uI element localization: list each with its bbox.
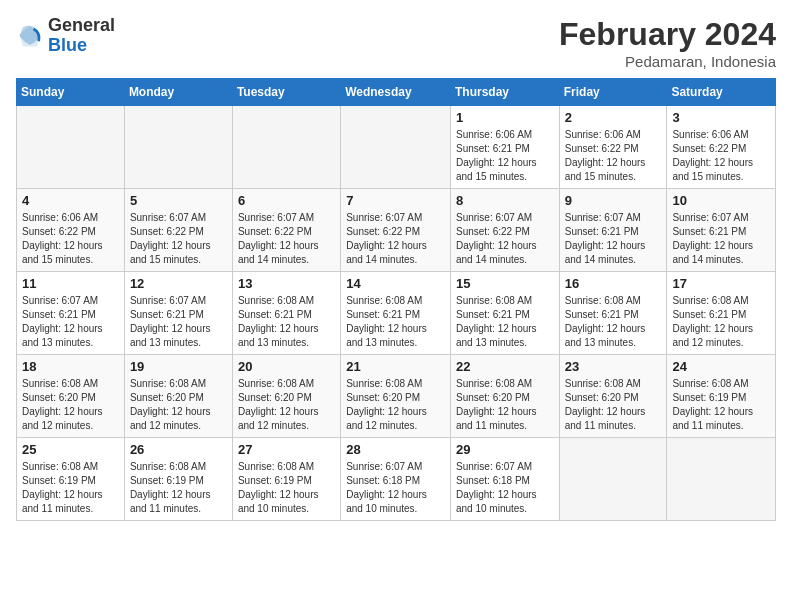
calendar-cell: 15Sunrise: 6:08 AM Sunset: 6:21 PM Dayli…: [450, 272, 559, 355]
day-number: 7: [346, 193, 445, 208]
day-info: Sunrise: 6:07 AM Sunset: 6:22 PM Dayligh…: [346, 211, 445, 267]
day-info: Sunrise: 6:08 AM Sunset: 6:19 PM Dayligh…: [238, 460, 335, 516]
day-info: Sunrise: 6:08 AM Sunset: 6:19 PM Dayligh…: [22, 460, 119, 516]
day-number: 1: [456, 110, 554, 125]
calendar-cell: [17, 106, 125, 189]
calendar-cell: 24Sunrise: 6:08 AM Sunset: 6:19 PM Dayli…: [667, 355, 776, 438]
day-info: Sunrise: 6:07 AM Sunset: 6:21 PM Dayligh…: [130, 294, 227, 350]
weekday-header-row: SundayMondayTuesdayWednesdayThursdayFrid…: [17, 79, 776, 106]
weekday-header-tuesday: Tuesday: [232, 79, 340, 106]
calendar-cell: 11Sunrise: 6:07 AM Sunset: 6:21 PM Dayli…: [17, 272, 125, 355]
day-number: 23: [565, 359, 662, 374]
calendar-cell: 13Sunrise: 6:08 AM Sunset: 6:21 PM Dayli…: [232, 272, 340, 355]
day-number: 11: [22, 276, 119, 291]
day-info: Sunrise: 6:07 AM Sunset: 6:22 PM Dayligh…: [456, 211, 554, 267]
day-number: 21: [346, 359, 445, 374]
day-info: Sunrise: 6:08 AM Sunset: 6:21 PM Dayligh…: [672, 294, 770, 350]
page-header: General Blue February 2024 Pedamaran, In…: [16, 16, 776, 70]
day-info: Sunrise: 6:07 AM Sunset: 6:21 PM Dayligh…: [22, 294, 119, 350]
calendar-cell: 5Sunrise: 6:07 AM Sunset: 6:22 PM Daylig…: [124, 189, 232, 272]
logo-icon: [16, 22, 44, 50]
calendar-cell: 14Sunrise: 6:08 AM Sunset: 6:21 PM Dayli…: [341, 272, 451, 355]
day-info: Sunrise: 6:06 AM Sunset: 6:22 PM Dayligh…: [672, 128, 770, 184]
day-number: 2: [565, 110, 662, 125]
calendar-cell: 20Sunrise: 6:08 AM Sunset: 6:20 PM Dayli…: [232, 355, 340, 438]
day-number: 29: [456, 442, 554, 457]
calendar-cell: 7Sunrise: 6:07 AM Sunset: 6:22 PM Daylig…: [341, 189, 451, 272]
day-info: Sunrise: 6:08 AM Sunset: 6:20 PM Dayligh…: [130, 377, 227, 433]
calendar-cell: 21Sunrise: 6:08 AM Sunset: 6:20 PM Dayli…: [341, 355, 451, 438]
calendar-cell: 12Sunrise: 6:07 AM Sunset: 6:21 PM Dayli…: [124, 272, 232, 355]
week-row-4: 18Sunrise: 6:08 AM Sunset: 6:20 PM Dayli…: [17, 355, 776, 438]
day-number: 12: [130, 276, 227, 291]
day-number: 26: [130, 442, 227, 457]
calendar-cell: 2Sunrise: 6:06 AM Sunset: 6:22 PM Daylig…: [559, 106, 667, 189]
day-number: 17: [672, 276, 770, 291]
day-number: 28: [346, 442, 445, 457]
calendar-cell: 9Sunrise: 6:07 AM Sunset: 6:21 PM Daylig…: [559, 189, 667, 272]
calendar-cell: [667, 438, 776, 521]
day-number: 4: [22, 193, 119, 208]
day-number: 5: [130, 193, 227, 208]
day-info: Sunrise: 6:06 AM Sunset: 6:22 PM Dayligh…: [565, 128, 662, 184]
day-number: 14: [346, 276, 445, 291]
day-info: Sunrise: 6:08 AM Sunset: 6:21 PM Dayligh…: [238, 294, 335, 350]
title-block: February 2024 Pedamaran, Indonesia: [559, 16, 776, 70]
day-info: Sunrise: 6:08 AM Sunset: 6:21 PM Dayligh…: [346, 294, 445, 350]
day-number: 19: [130, 359, 227, 374]
weekday-header-saturday: Saturday: [667, 79, 776, 106]
calendar-cell: 17Sunrise: 6:08 AM Sunset: 6:21 PM Dayli…: [667, 272, 776, 355]
week-row-1: 1Sunrise: 6:06 AM Sunset: 6:21 PM Daylig…: [17, 106, 776, 189]
calendar-cell: 27Sunrise: 6:08 AM Sunset: 6:19 PM Dayli…: [232, 438, 340, 521]
week-row-5: 25Sunrise: 6:08 AM Sunset: 6:19 PM Dayli…: [17, 438, 776, 521]
day-info: Sunrise: 6:08 AM Sunset: 6:20 PM Dayligh…: [565, 377, 662, 433]
day-info: Sunrise: 6:07 AM Sunset: 6:21 PM Dayligh…: [565, 211, 662, 267]
day-info: Sunrise: 6:08 AM Sunset: 6:20 PM Dayligh…: [22, 377, 119, 433]
calendar-cell: [124, 106, 232, 189]
logo-text: General Blue: [48, 16, 115, 56]
day-info: Sunrise: 6:08 AM Sunset: 6:21 PM Dayligh…: [565, 294, 662, 350]
week-row-3: 11Sunrise: 6:07 AM Sunset: 6:21 PM Dayli…: [17, 272, 776, 355]
logo: General Blue: [16, 16, 115, 56]
calendar-cell: 26Sunrise: 6:08 AM Sunset: 6:19 PM Dayli…: [124, 438, 232, 521]
day-number: 8: [456, 193, 554, 208]
month-title: February 2024: [559, 16, 776, 53]
day-info: Sunrise: 6:07 AM Sunset: 6:22 PM Dayligh…: [238, 211, 335, 267]
weekday-header-sunday: Sunday: [17, 79, 125, 106]
day-info: Sunrise: 6:08 AM Sunset: 6:19 PM Dayligh…: [672, 377, 770, 433]
calendar-cell: [559, 438, 667, 521]
calendar-cell: 16Sunrise: 6:08 AM Sunset: 6:21 PM Dayli…: [559, 272, 667, 355]
week-row-2: 4Sunrise: 6:06 AM Sunset: 6:22 PM Daylig…: [17, 189, 776, 272]
calendar-cell: 10Sunrise: 6:07 AM Sunset: 6:21 PM Dayli…: [667, 189, 776, 272]
day-info: Sunrise: 6:08 AM Sunset: 6:20 PM Dayligh…: [238, 377, 335, 433]
calendar-cell: [232, 106, 340, 189]
calendar-cell: [341, 106, 451, 189]
calendar-table: SundayMondayTuesdayWednesdayThursdayFrid…: [16, 78, 776, 521]
day-info: Sunrise: 6:06 AM Sunset: 6:21 PM Dayligh…: [456, 128, 554, 184]
day-info: Sunrise: 6:06 AM Sunset: 6:22 PM Dayligh…: [22, 211, 119, 267]
calendar-cell: 23Sunrise: 6:08 AM Sunset: 6:20 PM Dayli…: [559, 355, 667, 438]
calendar-cell: 28Sunrise: 6:07 AM Sunset: 6:18 PM Dayli…: [341, 438, 451, 521]
location: Pedamaran, Indonesia: [559, 53, 776, 70]
day-info: Sunrise: 6:07 AM Sunset: 6:21 PM Dayligh…: [672, 211, 770, 267]
calendar-cell: 1Sunrise: 6:06 AM Sunset: 6:21 PM Daylig…: [450, 106, 559, 189]
calendar-cell: 29Sunrise: 6:07 AM Sunset: 6:18 PM Dayli…: [450, 438, 559, 521]
day-info: Sunrise: 6:08 AM Sunset: 6:19 PM Dayligh…: [130, 460, 227, 516]
day-number: 24: [672, 359, 770, 374]
calendar-cell: 19Sunrise: 6:08 AM Sunset: 6:20 PM Dayli…: [124, 355, 232, 438]
calendar-cell: 22Sunrise: 6:08 AM Sunset: 6:20 PM Dayli…: [450, 355, 559, 438]
day-number: 16: [565, 276, 662, 291]
day-info: Sunrise: 6:08 AM Sunset: 6:21 PM Dayligh…: [456, 294, 554, 350]
day-number: 27: [238, 442, 335, 457]
day-info: Sunrise: 6:08 AM Sunset: 6:20 PM Dayligh…: [346, 377, 445, 433]
calendar-cell: 25Sunrise: 6:08 AM Sunset: 6:19 PM Dayli…: [17, 438, 125, 521]
day-number: 15: [456, 276, 554, 291]
day-info: Sunrise: 6:07 AM Sunset: 6:18 PM Dayligh…: [346, 460, 445, 516]
day-number: 20: [238, 359, 335, 374]
weekday-header-wednesday: Wednesday: [341, 79, 451, 106]
day-number: 3: [672, 110, 770, 125]
calendar-cell: 4Sunrise: 6:06 AM Sunset: 6:22 PM Daylig…: [17, 189, 125, 272]
day-number: 25: [22, 442, 119, 457]
calendar-cell: 3Sunrise: 6:06 AM Sunset: 6:22 PM Daylig…: [667, 106, 776, 189]
weekday-header-thursday: Thursday: [450, 79, 559, 106]
